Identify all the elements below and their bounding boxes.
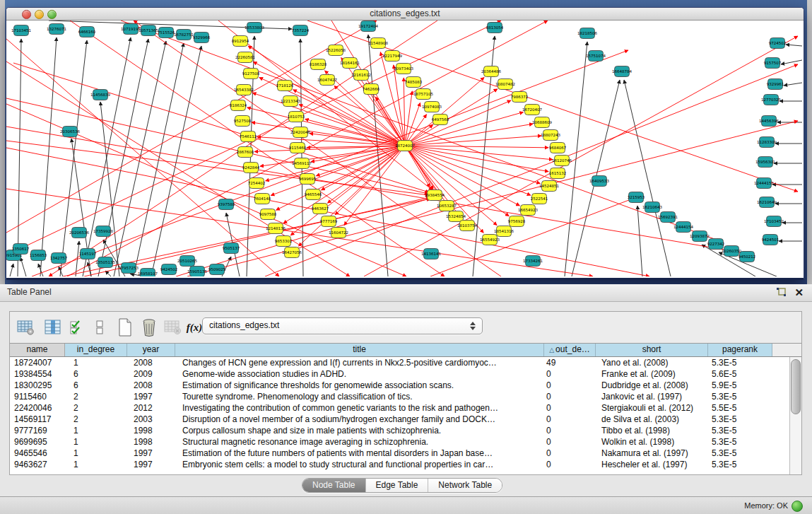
delete-table-icon[interactable] [163, 317, 184, 338]
graph-node-yellow[interactable]: 10807482 [495, 79, 515, 90]
graph-node-teal[interactable]: 17359928 [93, 226, 113, 237]
column-header-pagerank[interactable]: pagerank [708, 344, 772, 356]
graph-node-yellow[interactable]: 16543382 [234, 85, 254, 95]
graph-node-teal[interactable]: 16210649 [757, 197, 777, 208]
graph-node-teal[interactable]: 20206536 [69, 228, 89, 238]
table-settings-icon[interactable] [16, 317, 37, 338]
graph-node-yellow[interactable]: 2522541 [531, 194, 548, 204]
graph-node-yellow[interactable]: 9097588 [259, 209, 277, 220]
graph-node-teal[interactable]: 19172404 [358, 21, 378, 32]
graph-node-yellow[interactable]: 22260581 [235, 52, 255, 63]
graph-node-yellow[interactable]: 9684067 [549, 143, 567, 153]
trash-icon[interactable] [139, 317, 160, 338]
graph-node-yellow[interactable]: 10688609 [532, 117, 552, 128]
graph-node-teal[interactable]: 17103451 [11, 25, 31, 36]
graph-node-hub[interactable]: 18724007 [395, 141, 415, 151]
graph-node-teal[interactable]: 20306536 [60, 127, 80, 137]
citation-graph[interactable]: 1710345113276071646616010719195105713657… [6, 21, 802, 276]
graph-node-teal[interactable]: 14136141 [421, 249, 441, 259]
column-header-name[interactable]: name [10, 344, 65, 356]
graph-node-teal[interactable]: 9509025 [208, 264, 226, 275]
graph-node-teal[interactable]: 7515526 [158, 28, 175, 38]
graph-node-yellow[interactable]: 12213343 [281, 96, 300, 107]
graph-node-yellow[interactable]: 9699695 [299, 174, 317, 185]
column-header-short[interactable]: short [596, 344, 708, 356]
graph-node-teal[interactable]: 7357224 [292, 25, 310, 36]
graph-node-yellow[interactable]: 18541316 [494, 226, 514, 237]
row-height-icon[interactable] [89, 317, 110, 338]
graph-node-yellow[interactable]: 12217949 [382, 51, 402, 62]
graph-node-teal[interactable]: 17103452 [764, 216, 784, 227]
graph-node-yellow[interactable]: 11604722 [329, 228, 348, 238]
graph-node-yellow[interactable]: 9777169 [320, 216, 338, 227]
graph-node-teal[interactable]: 9450212 [739, 252, 756, 262]
graph-node-teal[interactable]: 12093872 [690, 231, 710, 242]
table-row[interactable]: 1938455462009Genome-wide association stu… [10, 368, 790, 380]
graph-node-yellow[interactable]: 16654923 [518, 205, 538, 216]
graph-node-teal[interactable]: 1156853 [30, 250, 47, 261]
graph-node-yellow[interactable]: 9463627 [312, 204, 329, 214]
graph-node-yellow[interactable]: 16720407 [522, 105, 542, 115]
graph-node-yellow[interactable]: 9465546 [305, 189, 322, 200]
table-row[interactable]: 1830029562008Estimation of significance … [10, 380, 790, 391]
table-row[interactable]: 911546021997Tourette syndrome. Phenomeno… [10, 391, 790, 402]
graph-node-yellow[interactable]: 20364486 [481, 66, 501, 77]
table-row[interactable]: 946554611997Estimation of the future num… [10, 448, 790, 459]
table-row[interactable]: 2242004622012Investigating the contribut… [10, 402, 790, 414]
graph-node-yellow[interactable]: 22420046 [290, 127, 310, 138]
graph-node-teal[interactable]: 18533803 [245, 23, 264, 33]
graph-node-yellow[interactable]: 1615132 [549, 168, 567, 179]
graph-node-yellow[interactable]: 12148136 [266, 223, 286, 234]
graph-node-teal[interactable]: 9329966 [193, 33, 211, 43]
graph-node-yellow[interactable]: 9756928 [508, 216, 526, 227]
graph-node-yellow[interactable]: 16427056 [282, 247, 302, 258]
graph-node-yellow[interactable]: 9115460 [289, 143, 307, 153]
table-row[interactable]: 977716911998Corpus callosum shape and si… [10, 425, 790, 436]
graph-node-teal[interactable]: 14456396 [759, 116, 779, 127]
graph-node-yellow[interactable]: 18757105 [413, 89, 433, 100]
graph-node-teal[interactable]: 11456839 [90, 90, 110, 100]
graph-node-teal[interactable]: 16782751 [174, 30, 194, 40]
graph-node-yellow[interactable]: 9527508 [234, 116, 252, 127]
network-window-titlebar[interactable]: citations_edges.txt [6, 8, 804, 21]
graph-node-teal[interactable]: 1145197 [79, 249, 97, 259]
graph-node-yellow[interactable]: 18807243 [541, 130, 560, 141]
graph-node-yellow[interactable]: 2718126 [276, 81, 294, 91]
column-header-year[interactable]: year [127, 344, 175, 356]
graph-node-teal[interactable]: 1350617 [12, 244, 30, 255]
graph-node-yellow[interactable]: 10974083 [422, 102, 442, 112]
new-file-icon[interactable] [114, 317, 136, 338]
graph-node-teal[interactable]: 8813054 [486, 23, 504, 33]
graph-node-yellow[interactable]: 7986372 [511, 92, 529, 103]
table-row[interactable]: 969969511998Structural magnetic resonanc… [10, 436, 790, 448]
graph-node-yellow[interactable]: 9127508 [242, 69, 260, 79]
graph-node-teal[interactable]: 6466160 [78, 27, 96, 37]
graph-node-yellow[interactable]: 7462666 [363, 84, 380, 95]
graph-node-yellow[interactable]: 6497568 [432, 115, 449, 125]
graph-node-yellow[interactable]: 19384554 [425, 190, 445, 201]
graph-node-teal[interactable]: 15751074 [586, 51, 606, 62]
column-header-in_degree[interactable]: in_degree [65, 344, 127, 356]
graph-node-yellow[interactable]: 9242844 [242, 163, 260, 173]
graph-node-yellow[interactable]: 16047427 [317, 75, 337, 86]
graph-node-yellow[interactable]: 7254402 [248, 178, 266, 189]
graph-node-teal[interactable]: 15956301 [755, 157, 775, 168]
graph-node-yellow[interactable]: 1810753 [288, 112, 305, 122]
graph-node-teal[interactable]: 9505137 [223, 243, 240, 254]
graph-node-teal[interactable]: 9227342 [707, 239, 725, 250]
graph-node-teal[interactable]: 16958107 [138, 269, 158, 277]
graph-node-teal[interactable]: 9724502 [769, 38, 787, 49]
graph-node-teal[interactable]: 11283309 [757, 137, 777, 148]
memory-status-icon[interactable] [792, 501, 803, 512]
graph-node-yellow[interactable]: 16120746 [552, 156, 572, 166]
graph-node-teal[interactable]: 10571365 [139, 25, 158, 36]
column-header-out_de[interactable]: △out_de… [544, 344, 596, 356]
graph-node-teal[interactable]: 15692391 [658, 212, 678, 223]
table-row[interactable]: 1456911722003Disruption of a novel membe… [10, 414, 790, 425]
graph-node-teal[interactable]: 17957253 [119, 263, 139, 274]
graph-node-teal[interactable]: 12770325 [761, 95, 781, 105]
table-row[interactable]: 946362711997Embryonic stem cells: a mode… [10, 459, 790, 470]
graph-node-teal[interactable]: 16648784 [612, 66, 632, 77]
graph-node-teal[interactable]: 9424501 [762, 235, 779, 245]
graph-node-yellow[interactable]: 18103754 [457, 221, 477, 231]
